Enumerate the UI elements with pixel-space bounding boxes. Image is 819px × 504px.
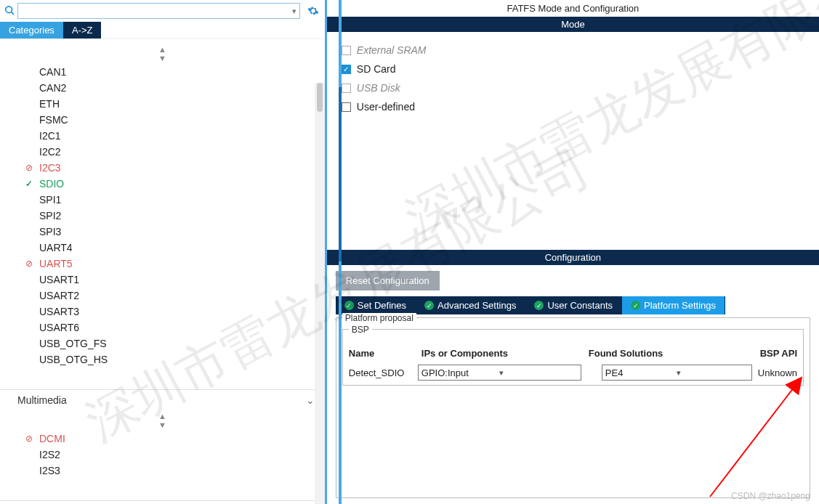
checkbox	[342, 102, 351, 112]
reset-configuration-button[interactable]: Reset Configuration	[336, 271, 440, 290]
peripheral-item[interactable]: FSMC	[0, 112, 325, 128]
peripheral-label: USART2	[39, 290, 79, 301]
peripheral-item[interactable]: I2S2	[0, 447, 325, 463]
forbidden-icon	[25, 161, 33, 174]
peripheral-item[interactable]: I2S3	[0, 463, 325, 479]
peripheral-item[interactable]: ETH	[0, 96, 325, 112]
col-name: Name	[349, 348, 421, 359]
peripheral-label: CAN2	[39, 82, 66, 94]
peripheral-item[interactable]: CAN1	[0, 64, 325, 80]
peripheral-item[interactable]: SDIO	[0, 176, 325, 192]
peripheral-item[interactable]: DCMI	[0, 431, 325, 447]
peripheral-label: SPI1	[39, 194, 61, 206]
checkbox	[342, 84, 351, 93]
scrollbar[interactable]	[315, 83, 325, 504]
config-tab[interactable]: ✓User Constants	[525, 296, 622, 314]
peripheral-tree: ▲▼ CAN1CAN2ETHFSMCI2C1I2C2I2C3SDIOSPI1SP…	[0, 39, 325, 504]
bsp-fieldset: BSP Name IPs or Components Found Solutio…	[342, 329, 804, 386]
check-icon: ✓	[631, 301, 640, 310]
search-icon	[4, 5, 15, 17]
peripheral-item[interactable]: SPI1	[0, 192, 325, 208]
svg-point-0	[6, 6, 12, 12]
config-tab[interactable]: ✓Set Defines	[336, 296, 416, 314]
row-name: Detect_SDIO	[349, 367, 418, 378]
found-value: PE4	[605, 367, 677, 378]
peripheral-label: USART6	[39, 322, 79, 333]
search-field[interactable]	[21, 6, 289, 17]
col-api: BSP API	[741, 348, 797, 359]
mode-option-label: External SRAM	[357, 44, 427, 56]
sort-toggle[interactable]: ▲▼	[0, 410, 325, 431]
gear-icon[interactable]	[307, 5, 319, 17]
peripheral-item[interactable]: USB_OTG_HS	[0, 351, 325, 367]
config-tab-label: Advanced Settings	[437, 300, 516, 311]
peripheral-item[interactable]: SPI3	[0, 224, 325, 240]
sort-toggle[interactable]: ▲▼	[0, 44, 325, 64]
found-solutions-select[interactable]: PE4 ▾	[602, 365, 752, 381]
peripheral-label: I2S3	[39, 465, 60, 476]
configuration-body: Reset Configuration ✓Set Defines✓Advance…	[327, 265, 819, 504]
peripheral-item[interactable]: UART5	[0, 256, 325, 272]
mode-option-label: SD Card	[357, 63, 396, 75]
mode-option: USB Disk	[342, 78, 804, 97]
checkbox	[342, 65, 351, 74]
peripheral-item[interactable]: USART6	[0, 320, 325, 336]
check-icon: ✓	[344, 301, 354, 310]
config-tab[interactable]: ✓Advanced Settings	[416, 296, 525, 314]
mode-header: Mode	[327, 17, 819, 32]
checkbox	[342, 46, 351, 55]
config-tabs: ✓Set Defines✓Advanced Settings✓User Cons…	[336, 296, 810, 314]
category-security[interactable]: Security ⌄	[0, 500, 325, 504]
check-icon	[25, 177, 33, 190]
mode-option[interactable]: User-defined	[342, 97, 804, 116]
ips-select[interactable]: GPIO:Input ▾	[418, 365, 581, 381]
peripheral-label: SDIO	[39, 178, 64, 190]
mode-option: External SRAM	[342, 41, 804, 60]
peripheral-label: I2C2	[39, 146, 61, 158]
configuration-header: Configuration	[327, 250, 819, 265]
peripheral-item[interactable]: USB_OTG_FS	[0, 336, 325, 351]
mode-options: External SRAMSD CardUSB DiskUser-defined	[327, 32, 819, 250]
peripheral-item[interactable]: CAN2	[0, 80, 325, 96]
chevron-down-icon: ▾	[292, 7, 296, 16]
peripheral-item[interactable]: I2C3	[0, 160, 325, 176]
chevron-down-icon: ▾	[499, 368, 578, 378]
check-icon: ✓	[534, 301, 544, 310]
bsp-row: Detect_SDIO GPIO:Input ▾ PE4 ▾ Unknown	[349, 365, 797, 381]
chevron-down-icon: ⌄	[306, 394, 315, 406]
right-pane: FATFS Mode and Configuration Mode Extern…	[327, 0, 819, 504]
config-tab[interactable]: ✓Platform Settings	[622, 296, 725, 314]
forbidden-icon	[25, 432, 33, 445]
peripheral-item[interactable]: UART4	[0, 240, 325, 256]
peripheral-label: UART5	[39, 258, 73, 269]
peripheral-label: FSMC	[39, 114, 68, 126]
peripheral-label: ETH	[39, 98, 60, 110]
fieldset-legend: Platform proposal	[342, 313, 416, 323]
svg-line-1	[12, 12, 15, 15]
peripheral-label: USART3	[39, 306, 79, 317]
peripheral-item[interactable]: I2C2	[0, 144, 325, 160]
peripheral-label: I2C1	[39, 130, 61, 142]
peripheral-item[interactable]: I2C1	[0, 128, 325, 144]
peripheral-label: USB_OTG_HS	[39, 354, 108, 365]
bsp-api-value: Unknown	[752, 367, 797, 378]
peripheral-item[interactable]: USART2	[0, 288, 325, 304]
bsp-legend: BSP	[349, 325, 372, 335]
col-ips: IPs or Components	[421, 348, 589, 359]
peripheral-label: CAN1	[39, 66, 66, 78]
peripheral-label: UART4	[39, 242, 73, 253]
config-title: FATFS Mode and Configuration	[327, 0, 819, 17]
peripheral-label: I2S2	[39, 449, 60, 460]
category-multimedia[interactable]: Multimedia ⌄	[0, 389, 325, 410]
csdn-watermark: CSDN @zhao1peng	[731, 491, 810, 501]
mode-option[interactable]: SD Card	[342, 60, 804, 78]
peripheral-item[interactable]: USART1	[0, 272, 325, 288]
config-tab-label: Platform Settings	[644, 300, 716, 311]
pane-divider[interactable]	[339, 0, 342, 504]
tab-az[interactable]: A->Z	[63, 22, 102, 38]
tab-categories[interactable]: Categories	[0, 22, 63, 38]
peripheral-item[interactable]: SPI2	[0, 208, 325, 224]
peripheral-label: I2C3	[39, 162, 61, 174]
search-input[interactable]: ▾	[17, 3, 300, 19]
peripheral-item[interactable]: USART3	[0, 304, 325, 320]
